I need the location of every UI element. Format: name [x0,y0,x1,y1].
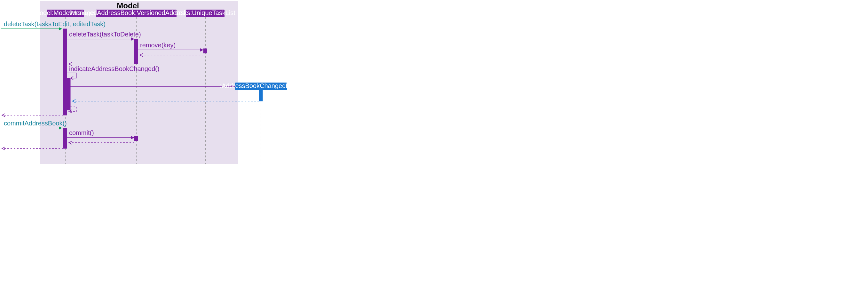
frame-title: Model [117,1,139,10]
activation-event [259,90,262,101]
activation-model-commit [63,128,67,148]
msg-commit: commit() [69,129,94,136]
participant-tasks-label: tasks:UniqueTaskList [175,9,236,16]
activation-vab-delete [134,39,138,64]
activation-model-indicate [67,78,70,110]
msg-delete-task-int: deleteTask(taskToDelete) [69,31,141,38]
msg-remove: remove(key) [140,41,176,49]
activation-model-main [63,29,67,115]
activation-tasks-remove [204,49,207,53]
msg-indicate: indicateAddressBookChanged() [69,65,159,72]
msg-delete-task-ext: deleteTask(tasksToEdit, editedTask) [4,21,105,28]
activation-vab-commit [134,136,138,141]
sequence-diagram: Model model:ModelManager versionedAddres… [0,0,496,173]
participant-event-label: :AddressBookChangedEvent [220,82,302,89]
msg-commit-ab: commitAddressBook() [4,120,67,127]
